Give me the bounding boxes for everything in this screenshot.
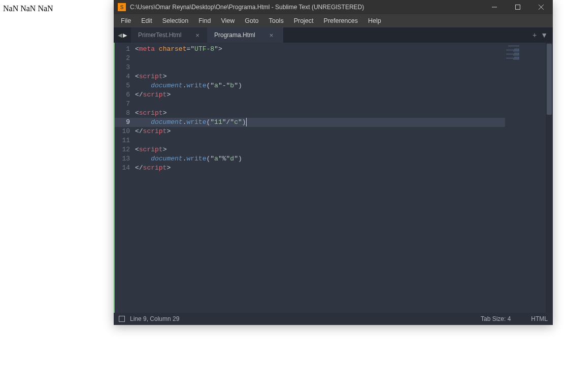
app-icon [118, 3, 126, 11]
line-number-gutter[interactable]: 1234567891011121314 [115, 43, 135, 313]
line-number: 11 [115, 136, 135, 145]
line-number: 6 [115, 90, 135, 100]
titlebar[interactable]: C:\Users\Omar Reyna\Desktop\One\Programa… [114, 0, 553, 14]
menu-view[interactable]: View [216, 15, 240, 26]
editor-body: 1234567891011121314 <meta charset="UTF-8… [114, 43, 553, 313]
minimize-button[interactable] [483, 0, 506, 14]
code-line[interactable]: </script> [135, 127, 505, 136]
tab-close-icon[interactable]: × [195, 31, 199, 39]
line-number: 2 [115, 54, 135, 63]
code-line[interactable]: <meta charset="UTF-8"> [135, 45, 505, 54]
code-line[interactable]: </script> [135, 90, 505, 100]
line-number: 8 [115, 109, 135, 118]
minimap[interactable] [505, 43, 546, 313]
code-line[interactable] [135, 100, 505, 109]
tab-programa[interactable]: Programa.Html × [207, 27, 283, 43]
line-number: 4 [115, 72, 135, 81]
tab-nav-arrows: ◀ ▶ [114, 27, 131, 43]
tab-primertest[interactable]: PrimerTest.Html × [131, 27, 207, 43]
maximize-button[interactable] [506, 0, 529, 14]
syntax-indicator[interactable]: HTML [531, 315, 548, 322]
tab-actions: + ▼ [527, 27, 553, 43]
code-line[interactable]: document.write("a"%"d") [135, 154, 505, 164]
nav-back-icon[interactable]: ◀ [118, 32, 122, 39]
close-button[interactable] [529, 0, 553, 14]
new-tab-icon[interactable]: + [532, 31, 537, 39]
line-number: 12 [115, 145, 135, 154]
line-number: 13 [115, 154, 135, 164]
menu-goto[interactable]: Goto [240, 15, 263, 26]
tab-label: PrimerTest.Html [138, 31, 181, 39]
statusbar: Line 9, Column 29 Tab Size: 4 HTML [114, 313, 553, 325]
code-area[interactable]: <meta charset="UTF-8"><script> document.… [135, 43, 505, 313]
code-line[interactable] [135, 136, 505, 145]
menu-project[interactable]: Project [289, 15, 319, 26]
code-line[interactable]: <script> [135, 72, 505, 81]
line-number: 1 [115, 45, 135, 54]
code-line[interactable] [135, 63, 505, 72]
code-line[interactable]: document.write("11"/"c") [135, 118, 505, 127]
menu-tools[interactable]: Tools [263, 15, 288, 26]
line-number: 7 [115, 100, 135, 109]
code-line[interactable]: <script> [135, 109, 505, 118]
tab-close-icon[interactable]: × [270, 31, 274, 39]
code-line[interactable] [135, 54, 505, 63]
menu-edit[interactable]: Edit [136, 15, 157, 26]
line-number: 5 [115, 81, 135, 90]
line-number: 14 [115, 164, 135, 173]
menu-preferences[interactable]: Preferences [319, 15, 363, 26]
tab-menu-icon[interactable]: ▼ [541, 31, 548, 39]
line-number: 9 [115, 118, 135, 127]
menu-help[interactable]: Help [363, 15, 386, 26]
browser-output-text: NaN NaN NaN [3, 4, 53, 13]
cursor-position[interactable]: Line 9, Column 29 [130, 315, 179, 322]
menu-find[interactable]: Find [193, 15, 216, 26]
tab-size-indicator[interactable]: Tab Size: 4 [481, 315, 511, 322]
code-line[interactable]: document.write("a"-"b") [135, 81, 505, 90]
panel-toggle-icon[interactable] [119, 316, 125, 322]
menu-file[interactable]: File [116, 15, 136, 26]
window-title: C:\Users\Omar Reyna\Desktop\One\Programa… [130, 4, 483, 11]
code-line[interactable]: <script> [135, 145, 505, 154]
nav-forward-icon[interactable]: ▶ [123, 32, 127, 39]
scrollbar-thumb[interactable] [547, 44, 552, 115]
tab-label: Programa.Html [214, 31, 255, 39]
tabbar: ◀ ▶ PrimerTest.Html × Programa.Html × + … [114, 27, 553, 43]
menubar: File Edit Selection Find View Goto Tools… [114, 14, 553, 27]
menu-selection[interactable]: Selection [157, 15, 193, 26]
line-number: 10 [115, 127, 135, 136]
vertical-scrollbar[interactable] [546, 43, 553, 313]
line-number: 3 [115, 63, 135, 72]
window-controls [483, 0, 553, 14]
svg-rect-1 [516, 5, 520, 10]
code-line[interactable]: </script> [135, 164, 505, 173]
sublime-window: C:\Users\Omar Reyna\Desktop\One\Programa… [114, 0, 553, 325]
